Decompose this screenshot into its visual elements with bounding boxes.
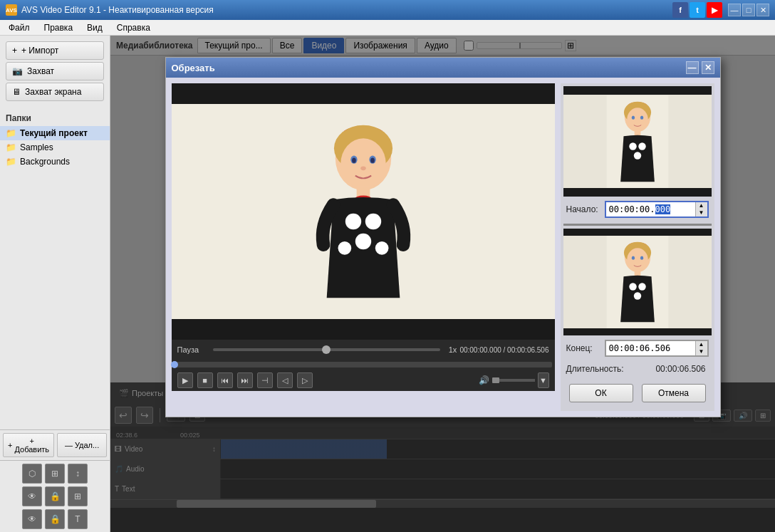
start-frame-svg [602,95,673,188]
start-frame-image [563,95,712,188]
import-button[interactable]: + + Импорт [6,41,104,60]
dialog-title: Обрезать [172,63,215,73]
start-time-up[interactable]: ▲ [696,202,707,209]
seek-bar-container [172,360,555,370]
end-time-input-wrapper: 00:00:06.506 ▲ ▼ [605,340,709,357]
svg-point-33 [631,256,634,260]
dialog-close-button[interactable]: ✕ [702,61,714,74]
svg-point-15 [338,241,351,255]
end-time-spinners: ▲ ▼ [695,341,707,355]
video-frame-image [292,112,435,311]
seek-bar[interactable] [175,362,552,367]
app-title: AVS Video Editor 9.1 - Неактивированная … [21,5,214,15]
start-label: Начало: [566,204,598,214]
monitor-icon: 🖥 [12,87,21,97]
folders-heading: Папки [0,109,110,126]
svg-point-23 [640,115,643,119]
end-frame-svg [602,236,673,328]
svg-point-25 [629,142,636,150]
ok-button[interactable]: ОК [569,384,633,402]
next-frame-button[interactable]: ⏭ [237,372,253,388]
remove-button[interactable]: — Удал... [57,433,107,457]
cancel-button[interactable]: Отмена [642,384,706,402]
start-time-down[interactable]: ▼ [696,209,707,217]
svg-point-36 [629,283,636,290]
svg-point-13 [365,214,380,229]
menu-file[interactable]: Файл [6,21,33,34]
svg-point-37 [638,283,645,290]
speed-slider[interactable] [213,348,440,351]
svg-point-12 [345,214,360,229]
svg-point-26 [638,142,645,150]
screen-capture-button[interactable]: 🖥 Захват экрана [6,83,104,101]
sidebar-icon-9[interactable]: T [68,509,88,529]
stop-button[interactable]: ■ [197,372,213,388]
svg-point-4 [340,138,385,189]
end-time-up[interactable]: ▲ [696,341,707,348]
start-time-input-wrapper: 00:00:00.000 ▲ ▼ [605,201,709,218]
sidebar-icon-6[interactable]: ⊞ [68,486,88,506]
video-preview-main [172,83,555,340]
volume-slider[interactable] [492,379,535,382]
folder-item-backgrounds[interactable]: 📁 Backgrounds [0,155,110,169]
plus-icon: + [8,441,12,449]
minimize-button[interactable]: — [728,4,741,16]
menu-help[interactable]: Справка [114,21,153,34]
sidebar-icon-5[interactable]: 🔒 [45,486,65,506]
sidebar-icon-3[interactable]: ↕ [68,464,88,484]
close-button[interactable]: ✕ [756,4,769,16]
dialog-minimize-button[interactable]: — [686,61,699,74]
play-button[interactable]: ▶ [177,372,193,388]
svg-point-7 [352,157,356,162]
video-panel: Пауза 1x 00:00:00.000 / 00:00:06.506 [172,83,555,411]
folder-item-current[interactable]: 📁 Текущий проект [0,126,110,140]
twitter-icon[interactable]: t [690,2,705,18]
sidebar-icon-8[interactable]: 🔒 [45,509,65,529]
dialog-title-bar: Обрезать — ✕ [166,58,720,78]
volume-expand-button[interactable]: ▼ [538,372,549,388]
facebook-icon[interactable]: f [672,2,688,18]
svg-point-16 [375,241,388,255]
pause-status: Пауза [177,345,199,354]
title-bar: AVS AVS Video Editor 9.1 - Неактивирован… [0,0,775,20]
sidebar: + + Импорт 📷 Захват 🖥 Захват экрана Папк… [0,36,110,532]
dialog-overlay: Обрезать — ✕ [110,36,775,532]
social-icons: f t ▶ [672,2,722,18]
mark-in-button[interactable]: ⊣ [257,372,273,388]
menu-view[interactable]: Вид [84,21,105,34]
sidebar-icon-1[interactable]: ⬡ [22,464,42,484]
svg-point-27 [633,152,640,159]
start-frame-preview [563,86,712,197]
prev-frame-button[interactable]: ⏮ [217,372,233,388]
sidebar-icon-2[interactable]: ⊞ [45,464,65,484]
folder-icon-backgrounds: 📁 [6,157,16,167]
youtube-icon[interactable]: ▶ [707,2,722,18]
maximize-button[interactable]: □ [742,4,755,16]
preview-separator [563,224,712,226]
start-time-display[interactable]: 00:00:00.000 [606,203,695,216]
end-time-down[interactable]: ▼ [696,348,707,355]
svg-point-9 [360,167,365,171]
import-icon: + [12,46,17,56]
add-button[interactable]: + + Добавить [3,433,54,457]
video-status-bar: Пауза 1x 00:00:00.000 / 00:00:06.506 [172,340,555,360]
start-time-spinners: ▲ ▼ [695,202,707,217]
cut-right-button[interactable]: ▷ [297,372,313,388]
end-time-row: Конец: 00:00:06.506 ▲ ▼ [563,337,712,360]
svg-point-38 [633,292,640,299]
playback-controls: ▶ ■ ⏮ ⏭ ⊣ ◁ ▷ 🔊 [172,370,555,391]
end-frame-preview [563,229,712,335]
folder-icon-samples: 📁 [6,142,16,152]
sidebar-icon-4[interactable]: 👁 [22,486,42,506]
end-time-display[interactable]: 00:00:06.506 [606,342,695,355]
start-time-selected: 000 [655,204,671,214]
volume-icon: 🔊 [479,375,489,385]
cut-left-button[interactable]: ◁ [277,372,293,388]
capture-button[interactable]: 📷 Захват [6,62,104,80]
svg-point-32 [627,248,647,271]
svg-point-21 [627,108,647,131]
menu-edit[interactable]: Правка [41,21,76,34]
sidebar-icon-7[interactable]: 👁 [22,509,42,529]
dialog-body: Пауза 1x 00:00:00.000 / 00:00:06.506 [166,78,720,417]
folder-item-samples[interactable]: 📁 Samples [0,140,110,155]
